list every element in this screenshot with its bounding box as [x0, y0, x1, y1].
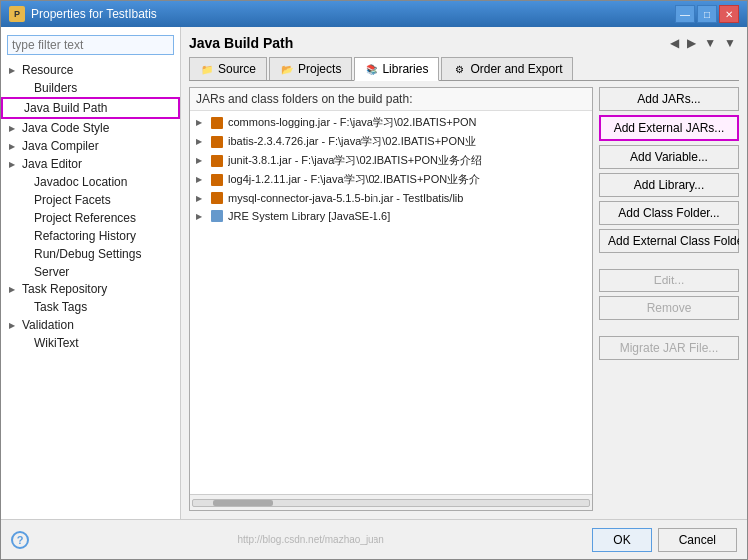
tab-order-export[interactable]: ⚙ Order and Export: [441, 57, 573, 80]
scrollbar-track[interactable]: [192, 499, 590, 507]
edit-button[interactable]: Edit...: [599, 269, 739, 292]
expand-arrow: ▶: [196, 137, 206, 146]
navigation-arrows: ◀ ▶ ▼ ▼: [667, 35, 739, 51]
expand-arrow: ▶: [196, 156, 206, 165]
sidebar-item-server[interactable]: Server: [13, 263, 180, 280]
build-path-label: JARs and class folders on the build path…: [190, 88, 592, 111]
content-area: ▶ Resource Builders Java Build Path ▶ Ja…: [1, 27, 747, 519]
add-jars-button[interactable]: Add JARs...: [599, 87, 739, 111]
window-title: Properties for TestIbatis: [31, 7, 157, 21]
tab-label: Projects: [298, 62, 341, 76]
jar-item-label: commons-logging.jar - F:\java学习\02.IBATI…: [228, 115, 477, 130]
sidebar-item-label: Server: [34, 265, 69, 279]
sidebar-item-label: Refactoring History: [34, 229, 136, 243]
expand-arrow: ▶: [196, 194, 206, 203]
cancel-button[interactable]: Cancel: [658, 528, 737, 552]
sidebar-item-task-tags[interactable]: Task Tags: [13, 298, 180, 316]
sidebar-item-task-repository[interactable]: ▶ Task Repository: [1, 280, 180, 298]
add-variable-button[interactable]: Add Variable...: [599, 145, 739, 169]
sidebar-item-validation[interactable]: ▶ Validation: [1, 316, 180, 334]
expand-arrow: ▶: [9, 66, 19, 75]
add-external-class-folder-button[interactable]: Add External Class Folder...: [599, 229, 739, 253]
expand-arrow: ▶: [9, 285, 19, 294]
expand-arrow: ▶: [9, 160, 19, 169]
sidebar-item-project-facets[interactable]: Project Facets: [13, 191, 180, 209]
jar-item-label: junit-3.8.1.jar - F:\java学习\02.IBATIS+PO…: [228, 153, 482, 168]
jar-file-icon: [210, 191, 224, 205]
tabs-bar: 📁 Source 📂 Projects 📚 Libraries ⚙ Order …: [189, 57, 739, 81]
sidebar-item-label: Project Facets: [34, 193, 111, 207]
filter-input[interactable]: [7, 35, 174, 55]
sidebar-item-label: Javadoc Location: [34, 175, 127, 189]
help-button[interactable]: ?: [11, 531, 29, 549]
jar-item-label: mysql-connector-java-5.1.5-bin.jar - Tes…: [228, 192, 463, 204]
libraries-tab-icon: 📚: [365, 62, 378, 76]
minimize-button[interactable]: —: [675, 5, 695, 23]
ok-button[interactable]: OK: [592, 528, 651, 552]
right-header: Java Build Path ◀ ▶ ▼ ▼: [189, 35, 739, 51]
tab-libraries[interactable]: 📚 Libraries: [354, 57, 439, 81]
nav-back-button[interactable]: ◀: [667, 35, 682, 51]
close-button[interactable]: ✕: [719, 5, 739, 23]
list-item[interactable]: ▶ ibatis-2.3.4.726.jar - F:\java学习\02.IB…: [192, 132, 590, 151]
sidebar-item-builders[interactable]: Builders: [13, 79, 180, 97]
jar-file-icon: [210, 116, 224, 130]
sidebar-item-project-references[interactable]: Project References: [13, 209, 180, 227]
maximize-button[interactable]: □: [697, 5, 717, 23]
sidebar-item-label: Java Compiler: [22, 139, 99, 153]
sidebar-item-java-editor[interactable]: ▶ Java Editor: [1, 155, 180, 173]
expand-arrow: ▶: [9, 142, 19, 151]
remove-button[interactable]: Remove: [599, 296, 739, 320]
sidebar-item-java-code-style[interactable]: ▶ Java Code Style: [1, 119, 180, 137]
nav-dropdown-button[interactable]: ▼: [701, 35, 719, 51]
title-bar-left: P Properties for TestIbatis: [9, 6, 157, 22]
sidebar-item-label: Validation: [22, 318, 74, 332]
sidebar-item-java-build-path[interactable]: Java Build Path: [1, 97, 180, 119]
panel-title: Java Build Path: [189, 35, 293, 51]
list-item[interactable]: ▶ log4j-1.2.11.jar - F:\java学习\02.IBATIS…: [192, 170, 590, 189]
jar-file-icon: [210, 154, 224, 168]
jar-file-icon: [210, 135, 224, 149]
migrate-jar-button[interactable]: Migrate JAR File...: [599, 336, 739, 360]
sidebar-item-wikitext[interactable]: WikiText: [13, 334, 180, 352]
scrollbar-thumb[interactable]: [213, 500, 273, 506]
add-library-button[interactable]: Add Library...: [599, 173, 739, 197]
add-external-jars-button[interactable]: Add External JARs...: [599, 115, 739, 141]
nav-forward-button[interactable]: ▶: [684, 35, 699, 51]
source-tab-icon: 📁: [200, 62, 214, 76]
dialog-buttons: OK Cancel: [592, 528, 737, 552]
sidebar-item-label: Project References: [34, 211, 136, 225]
list-item[interactable]: ▶ commons-logging.jar - F:\java学习\02.IBA…: [192, 113, 590, 132]
list-item[interactable]: ▶ junit-3.8.1.jar - F:\java学习\02.IBATIS+…: [192, 151, 590, 170]
tab-label: Libraries: [382, 62, 428, 76]
tab-source[interactable]: 📁 Source: [189, 57, 267, 80]
jar-item-label: JRE System Library [JavaSE-1.6]: [228, 210, 390, 222]
sidebar-item-label: WikiText: [34, 336, 79, 350]
expand-arrow: ▶: [9, 321, 19, 330]
nav-dropdown2-button[interactable]: ▼: [721, 35, 739, 51]
expand-arrow: ▶: [9, 124, 19, 133]
sidebar-item-run-debug-settings[interactable]: Run/Debug Settings: [13, 245, 180, 263]
build-path-panel: JARs and class folders on the build path…: [189, 87, 593, 511]
title-buttons: — □ ✕: [675, 5, 739, 23]
list-item[interactable]: ▶ mysql-connector-java-5.1.5-bin.jar - T…: [192, 189, 590, 207]
window-icon: P: [9, 6, 25, 22]
jar-list[interactable]: ▶ commons-logging.jar - F:\java学习\02.IBA…: [190, 111, 592, 494]
sidebar-item-label: Task Tags: [34, 300, 87, 314]
tab-label: Order and Export: [470, 62, 562, 76]
sidebar-item-label: Java Editor: [22, 157, 82, 171]
sidebar-item-label: Builders: [34, 81, 77, 95]
expand-arrow: ▶: [196, 118, 206, 127]
sidebar-item-resource[interactable]: ▶ Resource: [1, 61, 180, 79]
sidebar-item-refactoring-history[interactable]: Refactoring History: [13, 227, 180, 245]
sidebar-item-java-compiler[interactable]: ▶ Java Compiler: [1, 137, 180, 155]
horizontal-scrollbar[interactable]: [190, 494, 592, 510]
jar-item-label: log4j-1.2.11.jar - F:\java学习\02.IBATIS+P…: [228, 172, 480, 187]
sidebar-item-label: Run/Debug Settings: [34, 247, 141, 261]
tab-projects[interactable]: 📂 Projects: [269, 57, 352, 80]
list-item[interactable]: ▶ JRE System Library [JavaSE-1.6]: [192, 207, 590, 225]
tab-label: Source: [218, 62, 256, 76]
sidebar-item-javadoc-location[interactable]: Javadoc Location: [13, 173, 180, 191]
add-class-folder-button[interactable]: Add Class Folder...: [599, 201, 739, 225]
bottom-bar: ? http://blog.csdn.net/mazhao_juan OK Ca…: [1, 519, 747, 559]
